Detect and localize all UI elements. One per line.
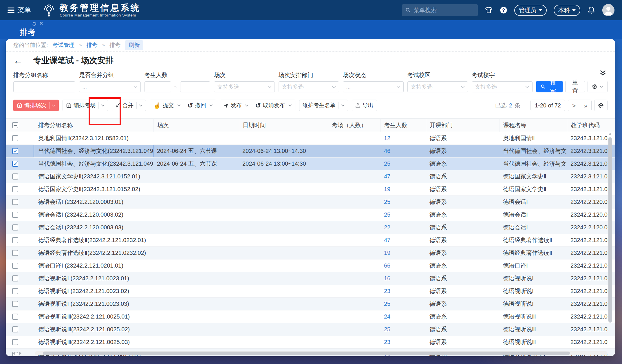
- tab-paikao[interactable]: 排考: [20, 21, 43, 38]
- table-row[interactable]: 德语经典著作选读Ⅱ(23242.2.121.0232.02)19德语系德语经典著…: [6, 247, 615, 259]
- next-page-button[interactable]: >: [568, 100, 580, 111]
- table-row[interactable]: 奥地利国情Ⅱ(23242.3.121.0582.01)12德语系奥地利国情Ⅱ23…: [6, 132, 615, 145]
- breadcrumb-item-paikao[interactable]: 排考: [87, 41, 98, 49]
- examinee-count-link[interactable]: 46: [384, 148, 390, 154]
- row-checkbox[interactable]: [12, 301, 18, 307]
- building-select[interactable]: 支持多选: [472, 81, 532, 92]
- chevron-down-icon[interactable]: [244, 102, 248, 109]
- session-select[interactable]: 支持多选: [214, 81, 275, 92]
- row-checkbox[interactable]: [12, 161, 18, 167]
- unpublish-button[interactable]: ↺ 取消发布: [252, 100, 295, 111]
- count-max-input[interactable]: [183, 83, 207, 90]
- avatar[interactable]: [602, 4, 614, 16]
- scroll-up-arrow-icon[interactable]: [609, 133, 612, 135]
- row-checkbox[interactable]: [12, 212, 18, 218]
- row-checkbox[interactable]: [12, 275, 18, 281]
- row-checkbox[interactable]: [12, 148, 18, 154]
- maintain-examinee-list-button[interactable]: 维护考生名单: [299, 100, 348, 111]
- row-checkbox[interactable]: [12, 288, 18, 294]
- help-icon[interactable]: ?: [500, 6, 507, 14]
- row-checkbox[interactable]: [12, 314, 18, 320]
- arrange-sessions-button[interactable]: 编排场次: [13, 100, 59, 111]
- examinee-count-link[interactable]: 66: [384, 262, 390, 269]
- merge-group-select[interactable]: ...: [79, 81, 140, 92]
- campus-select[interactable]: 支持多选: [407, 81, 468, 92]
- horizontal-scroll-track[interactable]: [35, 351, 608, 355]
- reset-button[interactable]: 重置: [565, 81, 585, 92]
- chevron-down-icon[interactable]: [136, 102, 142, 109]
- chevron-down-icon[interactable]: [209, 102, 213, 109]
- menu-label[interactable]: 菜单: [17, 6, 31, 15]
- examinee-count-link[interactable]: 25: [384, 211, 390, 218]
- arrange-rooms-button[interactable]: 编排考场: [63, 100, 108, 111]
- vertical-scroll-thumb[interactable]: [608, 137, 612, 323]
- table-row[interactable]: 德语会话Ⅰ (23242.2.120.0003.02)25德语系德语会话Ⅰ232…: [6, 208, 615, 221]
- table-settings-button[interactable]: [594, 100, 608, 111]
- table-row[interactable]: 德语视听说Ⅰ (23242.2.121.0023.03)25德语系德语视听说Ⅰ2…: [6, 298, 615, 310]
- session-dept-select[interactable]: 支持多选: [279, 81, 339, 92]
- publish-button[interactable]: 发布: [220, 100, 252, 111]
- export-button[interactable]: 导出: [352, 100, 377, 111]
- group-name-input[interactable]: [17, 83, 72, 90]
- table-row[interactable]: 德语视听说Ⅲ(23242.2.121.0025.02)25德语系德语视听说Ⅲ23…: [6, 323, 615, 336]
- shirt-icon[interactable]: [485, 6, 493, 14]
- table-row[interactable]: 德语视听说Ⅲ(23242.2.121.0025.01)24德语系德语视听说Ⅲ23…: [6, 310, 615, 323]
- count-min-input[interactable]: [148, 83, 168, 90]
- examinee-count-link[interactable]: 16: [384, 275, 390, 282]
- column-settings-button[interactable]: [588, 81, 608, 92]
- refresh-link[interactable]: 刷新: [125, 40, 143, 50]
- examinee-count-link[interactable]: 23: [384, 288, 390, 295]
- merge-button[interactable]: 合并: [112, 100, 146, 111]
- examinee-count-link[interactable]: 22: [384, 224, 390, 231]
- horizontal-scrollbar[interactable]: [6, 351, 608, 356]
- examinee-count-link[interactable]: 25: [384, 199, 390, 205]
- menu-search-box[interactable]: [402, 4, 478, 16]
- row-checkbox[interactable]: [12, 237, 18, 243]
- chevron-down-icon[interactable]: [98, 102, 105, 109]
- row-checkbox[interactable]: [12, 326, 18, 332]
- chevron-down-icon[interactable]: [288, 102, 292, 109]
- examinee-count-link[interactable]: 47: [384, 173, 390, 180]
- table-row[interactable]: 德语口译Ⅰ (23242.2.121.0201.01)66德语系德语口译Ⅰ232…: [6, 259, 615, 272]
- scope-dropdown[interactable]: 本科: [554, 5, 580, 16]
- chevron-down-icon[interactable]: [177, 102, 181, 109]
- hamburger-menu-icon[interactable]: [8, 8, 14, 13]
- scroll-right-arrow-icon[interactable]: [19, 352, 21, 355]
- chevron-down-icon[interactable]: [339, 102, 345, 109]
- table-row[interactable]: 德语视听说Ⅰ (23242.2.121.0023.02)23德语系德语视听说Ⅰ2…: [6, 285, 615, 298]
- table-row[interactable]: 德语国家文学史Ⅱ(23242.3.121.0152.01)47德语系德语国家文学…: [6, 170, 615, 183]
- menu-search-input[interactable]: [413, 7, 474, 14]
- withdraw-button[interactable]: ↺ 撤回: [184, 100, 216, 111]
- row-checkbox[interactable]: [12, 250, 18, 256]
- scroll-left-arrow-icon[interactable]: [13, 352, 15, 355]
- bell-icon[interactable]: [587, 6, 595, 14]
- table-row[interactable]: 当代德国社会、经济与文化(23242.3.121.0491.02)2024-06…: [6, 158, 615, 170]
- submit-button[interactable]: ☝ 提交: [150, 100, 184, 111]
- role-dropdown[interactable]: 管理员: [514, 5, 547, 16]
- examinee-count-link[interactable]: 23: [384, 339, 390, 345]
- row-checkbox[interactable]: [12, 186, 18, 192]
- row-checkbox[interactable]: [12, 263, 18, 269]
- page-range-button[interactable]: 1-20 of 72: [530, 100, 565, 111]
- table-row[interactable]: 当代德国社会、经济与文化(23242.3.121.0491.01)2024-06…: [6, 145, 615, 158]
- examinee-count-link[interactable]: 47: [384, 237, 390, 244]
- vertical-scrollbar[interactable]: [608, 132, 612, 350]
- close-icon[interactable]: [39, 21, 43, 26]
- row-checkbox[interactable]: [12, 339, 18, 345]
- examinee-count-link[interactable]: 25: [384, 326, 390, 333]
- tab-label[interactable]: 排考: [20, 27, 43, 38]
- table-row[interactable]: 德语视听说Ⅰ (23242.2.121.0023.01)16德语系德语视听说Ⅰ2…: [6, 272, 615, 285]
- examinee-count-link[interactable]: 19: [384, 250, 390, 256]
- examinee-count-link[interactable]: 24: [384, 313, 390, 320]
- examinee-count-link[interactable]: 25: [384, 301, 390, 307]
- horizontal-scroll-thumb[interactable]: [43, 352, 570, 355]
- chevron-down-icon[interactable]: [49, 102, 55, 109]
- table-row[interactable]: 德语视听说Ⅲ(23242.2.121.0025.03)23德语系德语视听说Ⅲ23…: [6, 336, 615, 349]
- row-checkbox[interactable]: [12, 135, 18, 141]
- search-button[interactable]: 搜索: [536, 81, 563, 92]
- last-page-button[interactable]: »: [580, 100, 591, 111]
- row-checkbox[interactable]: [12, 199, 18, 205]
- table-row[interactable]: 德语会话Ⅰ (23242.2.120.0003.01)25德语系德语会话Ⅰ232…: [6, 196, 615, 208]
- table-row[interactable]: 德语经典著作选读Ⅱ(23242.2.121.0232.01)47德语系德语经典著…: [6, 234, 615, 247]
- select-all-checkbox[interactable]: [12, 122, 18, 128]
